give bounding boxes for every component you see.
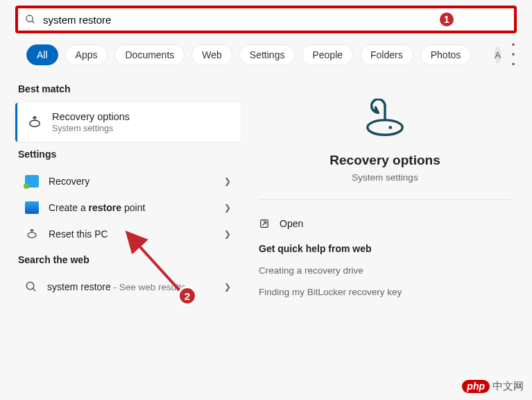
- preview-hero: Recovery options System settings: [253, 86, 517, 183]
- filter-chip-photos[interactable]: Photos: [420, 44, 472, 65]
- svg-line-1: [32, 21, 34, 23]
- web-search-item[interactable]: system restore - See web results ❯: [15, 274, 241, 300]
- quick-help-heading: Get quick help from web: [253, 231, 517, 260]
- search-icon: [25, 281, 37, 293]
- open-label: Open: [280, 218, 303, 229]
- search-input[interactable]: [43, 14, 507, 26]
- chevron-right-icon: ❯: [224, 176, 231, 186]
- chevron-right-icon: ❯: [224, 229, 231, 239]
- chevron-right-icon: ❯: [224, 203, 231, 212]
- filter-chip-web[interactable]: Web: [191, 44, 232, 65]
- more-menu-icon[interactable]: • • •: [508, 40, 520, 69]
- settings-item-restore-point[interactable]: Create a restore point ❯: [15, 194, 241, 221]
- help-link[interactable]: Finding my BitLocker recovery key: [253, 281, 517, 303]
- svg-point-6: [368, 120, 402, 135]
- settings-heading: Settings: [18, 149, 241, 160]
- recovery-hero-icon: [363, 99, 406, 138]
- results-column: Best match Recovery options System setti…: [15, 76, 241, 303]
- watermark-text: 中文网: [492, 380, 524, 393]
- filter-chip-apps[interactable]: Apps: [65, 44, 108, 65]
- svg-line-5: [33, 288, 35, 291]
- preview-subtitle: System settings: [253, 172, 517, 183]
- settings-item-reset-pc[interactable]: Reset this PC ❯: [15, 221, 241, 247]
- preview-title: Recovery options: [253, 153, 517, 168]
- avatar[interactable]: A: [495, 47, 501, 63]
- svg-point-7: [388, 126, 392, 129]
- filter-chip-all[interactable]: All: [26, 44, 58, 65]
- reset-pc-icon: [25, 228, 39, 240]
- svg-point-4: [26, 282, 34, 290]
- help-link[interactable]: Creating a recovery drive: [253, 260, 517, 281]
- search-bar[interactable]: 1: [15, 6, 517, 33]
- svg-line-9: [262, 222, 266, 225]
- search-web-heading: Search the web: [18, 254, 241, 265]
- settings-item-recovery[interactable]: Recovery ❯: [15, 168, 241, 194]
- settings-item-label: Recovery: [49, 176, 89, 187]
- open-icon: [259, 218, 270, 229]
- filter-chip-people[interactable]: People: [302, 44, 353, 65]
- watermark: php 中文网: [462, 380, 524, 393]
- filter-chip-folders[interactable]: Folders: [360, 44, 413, 65]
- monitor-recovery-icon: [25, 175, 39, 188]
- annotation-badge-1: 1: [438, 11, 455, 28]
- best-match-subtitle: System settings: [52, 124, 130, 133]
- chevron-right-icon: ❯: [224, 282, 231, 292]
- preview-column: Recovery options System settings Open Ge…: [253, 76, 517, 303]
- open-action[interactable]: Open: [253, 217, 517, 231]
- best-match-heading: Best match: [18, 83, 241, 94]
- monitor-restore-icon: [25, 201, 39, 214]
- filter-row: All Apps Documents Web Settings People F…: [0, 33, 532, 76]
- separator: [259, 199, 511, 200]
- search-icon: [25, 14, 36, 25]
- settings-item-label: Create a restore point: [49, 202, 145, 213]
- best-match-title: Recovery options: [52, 111, 130, 122]
- best-match-result[interactable]: Recovery options System settings: [15, 103, 241, 142]
- settings-item-label: Reset this PC: [49, 228, 108, 240]
- watermark-pill: php: [462, 380, 490, 393]
- filter-chip-documents[interactable]: Documents: [114, 44, 185, 65]
- web-search-label: system restore - See web results: [47, 281, 186, 292]
- filter-chip-settings[interactable]: Settings: [239, 44, 295, 65]
- svg-point-0: [26, 15, 33, 22]
- recovery-icon: [27, 115, 42, 130]
